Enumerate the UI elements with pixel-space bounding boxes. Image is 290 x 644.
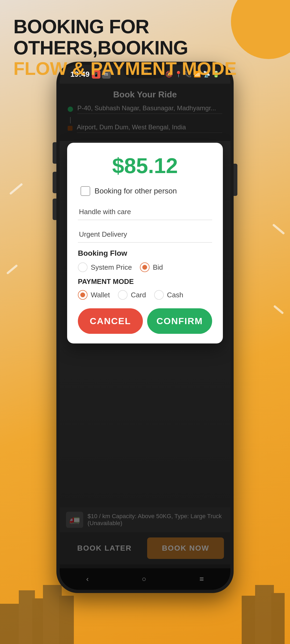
svg-rect-3 <box>43 585 62 644</box>
svg-rect-7 <box>271 593 285 644</box>
svg-rect-4 <box>59 596 74 644</box>
cash-option[interactable]: Cash <box>154 290 183 300</box>
cash-label: Cash <box>167 291 183 299</box>
card-radio[interactable] <box>118 290 128 300</box>
phone-screen: 19:49 📱 m 🔕 📍 📞 📶 📡 🔋 <box>60 65 230 590</box>
payment-mode-section: PAYMENT MODE Wallet Card <box>78 277 212 300</box>
booking-flow-options: System Price Bid <box>78 262 212 272</box>
header-title-line1: BOOKING FOR OTHERS,BOOKING <box>13 16 290 58</box>
app-background: Book Your Ride P-40, Subhash Nagar, Basu… <box>60 84 230 590</box>
card-option[interactable]: Card <box>118 290 146 300</box>
booking-for-other-row[interactable]: Booking for other person <box>78 186 212 196</box>
booking-flow-title: Booking Flow <box>78 249 212 258</box>
booking-for-other-checkbox[interactable] <box>81 186 90 196</box>
payment-mode-title: PAYMENT MODE <box>78 277 212 286</box>
decoration-stroke-4 <box>273 305 284 314</box>
system-price-option[interactable]: System Price <box>78 262 132 272</box>
booking-for-other-label: Booking for other person <box>95 187 177 195</box>
wallet-radio[interactable] <box>78 290 88 300</box>
page-header: BOOKING FOR OTHERS,BOOKING FLOW & PAYMEN… <box>13 16 290 79</box>
system-price-radio[interactable] <box>78 262 88 272</box>
decoration-stroke-2 <box>6 264 18 275</box>
header-title-line2: FLOW & PAYMENT MODE <box>13 58 290 79</box>
phone-frame: 19:49 📱 m 🔕 📍 📞 📶 📡 🔋 <box>56 62 234 593</box>
bid-option[interactable]: Bid <box>140 262 163 272</box>
wallet-label: Wallet <box>91 291 110 299</box>
confirm-button[interactable]: CONFIRM <box>147 308 212 334</box>
svg-rect-0 <box>0 604 21 644</box>
card-label: Card <box>131 291 146 299</box>
city-skyline-decoration <box>0 564 290 644</box>
wallet-option[interactable]: Wallet <box>78 290 110 300</box>
cancel-button[interactable]: CANCEL <box>78 308 143 334</box>
cash-radio[interactable] <box>154 290 164 300</box>
bid-radio[interactable] <box>140 262 150 272</box>
bid-label: Bid <box>153 263 163 272</box>
payment-mode-options: Wallet Card Cash <box>78 290 212 300</box>
price-display: $85.12 <box>78 153 212 178</box>
svg-rect-6 <box>255 585 274 644</box>
decoration-stroke-3 <box>272 224 285 235</box>
phone-device: 19:49 📱 m 🔕 📍 📞 📶 📡 🔋 <box>56 62 234 593</box>
modal-overlay: $85.12 Booking for other person Booking … <box>60 84 230 590</box>
handle-with-care-input[interactable] <box>78 204 212 220</box>
booking-modal: $85.12 Booking for other person Booking … <box>67 143 223 343</box>
modal-button-row: CANCEL CONFIRM <box>78 308 212 334</box>
urgent-delivery-input[interactable] <box>78 226 212 243</box>
decoration-stroke-1 <box>9 183 23 195</box>
system-price-label: System Price <box>91 263 132 272</box>
